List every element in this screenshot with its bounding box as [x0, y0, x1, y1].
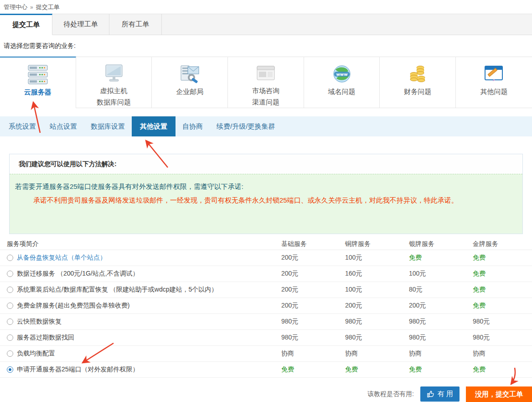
subtab-renew-upgrade[interactable]: 续费/升级/更换集群: [210, 116, 282, 136]
service-select-prompt: 请选择您需要咨询的业务:: [4, 42, 532, 51]
tab-pending-tickets[interactable]: 待处理工单: [52, 14, 109, 35]
tab-submit-ticket[interactable]: 提交工单: [0, 14, 52, 35]
subtab-self-negotiate[interactable]: 自协商: [176, 116, 210, 136]
subtab-site-settings[interactable]: 站点设置: [43, 116, 84, 136]
category-other[interactable]: 其他问题: [456, 57, 532, 108]
radio-button[interactable]: [7, 366, 13, 373]
price-basic: 200元: [281, 302, 345, 310]
coins-icon: [406, 63, 429, 86]
service-label[interactable]: 服务器过期数据找回: [17, 334, 74, 342]
submit-ticket-button[interactable]: 没用，提交工单: [466, 386, 532, 402]
category-virtual-host-db[interactable]: 虚拟主机 数据库问题: [76, 57, 152, 108]
radio-button[interactable]: [7, 318, 13, 325]
service-table: 服务项简介 基础服务 铜牌服务 银牌服务 金牌服务 从备份盘恢复站点（单个站点）…: [0, 239, 532, 378]
price-gold: 免费: [473, 270, 532, 278]
category-label: 市场咨询: [252, 85, 279, 96]
breadcrumb-current: 提交工单: [36, 4, 60, 10]
price-basic: 980元: [281, 334, 345, 342]
service-option-restore-from-backup[interactable]: 从备份盘恢复站点（单个站点）: [0, 254, 281, 262]
price-gold: 980元: [473, 334, 532, 342]
tab-bar-filler: [162, 14, 532, 35]
price-bronze: 980元: [345, 334, 409, 342]
category-label: 虚拟主机: [100, 85, 128, 96]
suggestion-panel: 我们建议您可以使用以下方法解决: 若需要开通服务器25端口使服务器具有对外发送邮…: [9, 154, 523, 234]
table-row: 免费金牌服务(超出免费范围会单独收费) 200元 200元 200元 免费: [0, 298, 532, 314]
col-silver: 银牌服务: [409, 240, 473, 248]
service-label[interactable]: 免费金牌服务(超出免费范围会单独收费): [17, 302, 129, 310]
price-basic: 200元: [281, 270, 345, 278]
category-market-consult[interactable]: 市场咨询 渠道问题: [228, 57, 304, 108]
category-billing[interactable]: 财务问题: [380, 57, 456, 108]
price-silver: 免费: [409, 254, 473, 262]
price-basic: 协商: [281, 350, 345, 358]
category-label: 云服务器: [24, 86, 52, 98]
service-label[interactable]: 负载均衡配置: [17, 350, 55, 358]
service-label[interactable]: 数据迁移服务 （200元/1G/站点,不含调试）: [17, 270, 139, 278]
radio-button[interactable]: [7, 271, 13, 277]
service-option-reinstall-config-restore[interactable]: 系统重装后站点/数据库配置恢复 （限建站助手或wdcp建站，5个以内）: [0, 286, 281, 294]
radio-button[interactable]: [7, 255, 13, 261]
price-bronze: 协商: [345, 350, 409, 358]
col-gold: 金牌服务: [473, 240, 532, 248]
category-cloud-server[interactable]: 云服务器: [0, 57, 76, 108]
price-bronze: 160元: [345, 270, 409, 278]
radio-button[interactable]: [7, 303, 13, 309]
service-label[interactable]: 云快照数据恢复: [17, 318, 62, 326]
price-gold: 免费: [473, 302, 532, 310]
table-row: 从备份盘恢复站点（单个站点） 200元 100元 免费 免费: [0, 250, 532, 266]
price-bronze: 免费: [345, 365, 409, 374]
category-tiles: 云服务器 虚拟主机 数据库问题: [0, 57, 532, 108]
table-row: 数据迁移服务 （200元/1G/站点,不含调试） 200元 160元 100元 …: [0, 266, 532, 282]
tab-all-tickets[interactable]: 所有工单: [109, 14, 162, 35]
service-option-load-balancer[interactable]: 负载均衡配置: [0, 350, 281, 358]
breadcrumb: 管理中心»提交工单: [0, 0, 532, 14]
server-stack-icon: [26, 63, 50, 86]
useful-button[interactable]: 有 用: [420, 386, 460, 402]
price-bronze: 100元: [345, 254, 409, 262]
service-label[interactable]: 从备份盘恢复站点（单个站点）: [17, 254, 106, 262]
service-label[interactable]: 系统重装后站点/数据库配置恢复 （限建站助手或wdcp建站，5个以内）: [17, 286, 217, 294]
service-option-data-migration[interactable]: 数据迁移服务 （200元/1G/站点,不含调试）: [0, 270, 281, 278]
price-gold: 免费: [473, 286, 532, 294]
category-enterprise-mail[interactable]: 企业邮局: [152, 57, 228, 108]
category-label: 数据库问题: [97, 96, 131, 108]
radio-button[interactable]: [7, 287, 13, 293]
globe-www-icon: www: [330, 63, 354, 86]
table-row: 负载均衡配置 协商 协商 协商 协商: [0, 346, 532, 362]
col-basic: 基础服务: [281, 240, 345, 248]
col-bronze: 铜牌服务: [345, 240, 409, 248]
suggestion-header: 我们建议您可以使用以下方法解决:: [10, 154, 522, 174]
table-row: 系统重装后站点/数据库配置恢复 （限建站助手或wdcp建站，5个以内） 200元…: [0, 282, 532, 298]
service-option-snapshot-restore[interactable]: 云快照数据恢复: [0, 318, 281, 326]
price-basic: 200元: [281, 286, 345, 294]
price-silver: 100元: [409, 270, 473, 278]
window-pencil-icon: [482, 63, 506, 86]
service-option-expired-data-recovery[interactable]: 服务器过期数据找回: [0, 334, 281, 342]
subtab-system-settings[interactable]: 系统设置: [2, 116, 43, 136]
thumbs-up-icon: [427, 390, 434, 398]
subtab-database-settings[interactable]: 数据库设置: [84, 116, 132, 136]
radio-button[interactable]: [7, 334, 13, 341]
price-basic: 200元: [281, 254, 345, 262]
category-label: 企业邮局: [176, 86, 203, 97]
subtab-other-settings[interactable]: 其他设置: [132, 116, 176, 136]
price-silver: 免费: [409, 365, 473, 374]
service-table-header: 服务项简介 基础服务 铜牌服务 银牌服务 金牌服务: [0, 239, 532, 250]
price-bronze: 980元: [345, 318, 409, 326]
breadcrumb-root[interactable]: 管理中心: [4, 4, 27, 10]
useful-button-label: 有 用: [438, 390, 453, 398]
service-label[interactable]: 申请开通服务器25端口（对外发邮件权限）: [17, 365, 139, 374]
breadcrumb-separator: »: [30, 4, 33, 10]
radio-button[interactable]: [7, 350, 13, 357]
svg-text:www: www: [336, 72, 347, 77]
notice-box: 若需要开通服务器25端口使服务器具有对外发送邮件权限，需遵守以下承诺: 承诺不利…: [10, 174, 522, 234]
price-silver: 980元: [409, 334, 473, 342]
service-option-open-port-25[interactable]: 申请开通服务器25端口（对外发邮件权限）: [0, 365, 281, 374]
price-silver: 200元: [409, 302, 473, 310]
price-basic: 980元: [281, 318, 345, 326]
table-row: 申请开通服务器25端口（对外发邮件权限） 免费 免费 免费 免费: [0, 362, 532, 378]
category-domain[interactable]: www 域名问题: [304, 57, 380, 108]
service-option-free-gold-service[interactable]: 免费金牌服务(超出免费范围会单独收费): [0, 302, 281, 310]
table-row: 云快照数据恢复 980元 980元 980元 980元: [0, 314, 532, 330]
category-label: 渠道问题: [252, 96, 279, 108]
